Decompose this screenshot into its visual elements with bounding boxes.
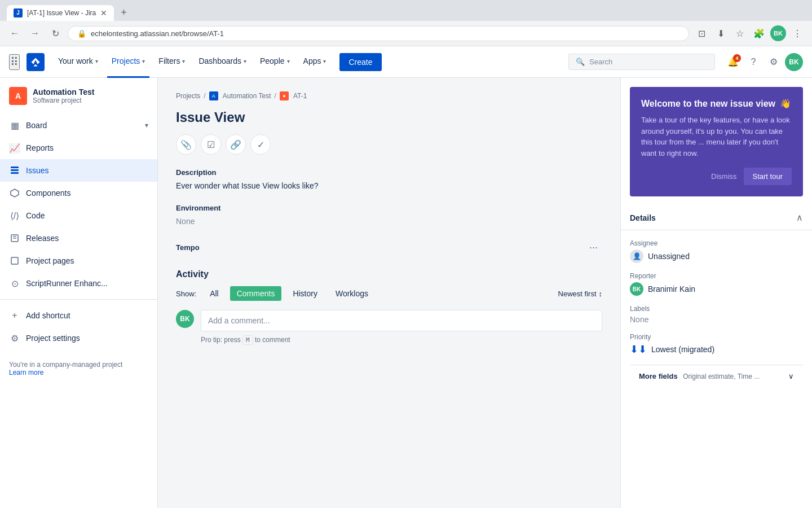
- search-placeholder: Search: [589, 58, 612, 66]
- tab-all[interactable]: All: [203, 286, 226, 301]
- assignee-row: Assignee 👤 Unassigned: [630, 239, 803, 263]
- forward-button[interactable]: →: [27, 25, 43, 41]
- settings-button[interactable]: ⚙: [765, 53, 783, 71]
- comment-area: BK Add a comment...: [176, 310, 602, 331]
- dismiss-button[interactable]: Dismiss: [711, 172, 737, 181]
- mark-done-button[interactable]: ✓: [250, 134, 271, 155]
- releases-icon: [9, 233, 20, 244]
- sidebar-item-releases[interactable]: Releases: [0, 227, 157, 249]
- address-bar[interactable]: 🔒 echelontesting.atlassian.net/browse/AT…: [68, 26, 689, 41]
- welcome-banner: Welcome to the new issue view 👋 Take a t…: [630, 87, 803, 196]
- banner-body: Take a tour of the key features, or have…: [641, 115, 792, 159]
- top-nav: ⠿ Your work ▾ Projects ▾ Filters ▾ Dashb…: [0, 46, 812, 78]
- sidebar-item-issues[interactable]: Issues: [0, 159, 157, 182]
- sidebar-header: A Automation Test Software project: [0, 78, 157, 110]
- browser-tab-bar: J [AT-1] Issue View - Jira ✕ +: [7, 5, 805, 21]
- nav-your-work[interactable]: Your work ▾: [54, 46, 103, 78]
- reporter-value: BK Branimir Kain: [630, 282, 803, 296]
- new-tab-button[interactable]: +: [116, 5, 131, 21]
- more-fields[interactable]: More fields Original estimate, Time ... …: [630, 365, 803, 387]
- jira-logo[interactable]: [27, 53, 45, 71]
- sidebar-item-project-pages[interactable]: Project pages: [0, 249, 157, 272]
- back-button[interactable]: ←: [7, 25, 23, 41]
- checklist-button[interactable]: ☑: [201, 134, 221, 155]
- collapse-details-button[interactable]: ∧: [796, 212, 803, 223]
- comment-input[interactable]: Add a comment...: [201, 310, 602, 331]
- breadcrumb-project-name[interactable]: Automation Test: [223, 92, 271, 100]
- search-bar[interactable]: 🔍 Search: [568, 54, 715, 70]
- download-icon[interactable]: ⬇: [713, 25, 729, 41]
- assignee-name: Unassigned: [648, 252, 690, 261]
- code-icon: ⟨/⟩: [9, 210, 20, 221]
- browser-user-avatar[interactable]: BK: [770, 25, 786, 41]
- reporter-row: Reporter BK Branimir Kain: [630, 272, 803, 296]
- issue-breadcrumb-icon: ●: [280, 91, 289, 100]
- sidebar-item-label-project-pages: Project pages: [26, 256, 74, 265]
- sidebar-item-project-settings[interactable]: ⚙ Project settings: [0, 327, 157, 349]
- description-label: Description: [176, 168, 602, 177]
- sidebar-item-board[interactable]: ▦ Board ▾: [0, 114, 157, 137]
- issues-icon: [9, 165, 20, 176]
- cast-icon[interactable]: ⊡: [694, 25, 709, 41]
- environment-section: Environment None: [176, 204, 602, 226]
- sidebar-item-label-components: Components: [26, 189, 70, 198]
- labels-label: Labels: [630, 305, 803, 313]
- bookmark-icon[interactable]: ☆: [732, 25, 748, 41]
- sidebar-item-label-board: Board: [26, 121, 47, 130]
- breadcrumb-issue-id[interactable]: AT-1: [293, 92, 307, 100]
- tab-history[interactable]: History: [286, 286, 324, 301]
- nav-people[interactable]: People ▾: [255, 46, 294, 78]
- close-tab-icon[interactable]: ✕: [100, 8, 107, 17]
- extension-icon[interactable]: 🧩: [751, 25, 767, 41]
- sidebar-item-reports[interactable]: 📈 Reports: [0, 137, 157, 159]
- sidebar-item-components[interactable]: Components: [0, 182, 157, 204]
- browser-menu-icon[interactable]: ⋮: [789, 25, 805, 41]
- sidebar-item-label-code: Code: [26, 211, 45, 220]
- sidebar-item-add-shortcut[interactable]: + Add shortcut: [0, 304, 157, 327]
- sidebar-item-scriptrunner[interactable]: ⊙ ScriptRunner Enhanc...: [0, 272, 157, 295]
- reload-button[interactable]: ↻: [47, 25, 63, 41]
- more-fields-hint: Original estimate, Time ...: [683, 373, 760, 380]
- chevron-down-icon: ▾: [142, 58, 145, 64]
- create-button[interactable]: Create: [339, 53, 381, 71]
- chevron-down-icon: ▾: [95, 58, 98, 64]
- sidebar-item-label-project-settings: Project settings: [26, 334, 80, 343]
- nav-apps[interactable]: Apps ▾: [299, 46, 331, 78]
- main-content: Projects / A Automation Test / ● AT-1 Is…: [158, 78, 620, 508]
- tab-worklogs[interactable]: Worklogs: [329, 286, 375, 301]
- description-section: Description Ever wonder what Issue View …: [176, 168, 602, 190]
- user-avatar[interactable]: BK: [785, 53, 803, 71]
- issue-title: Issue View: [176, 110, 602, 125]
- sidebar-item-code[interactable]: ⟨/⟩ Code: [0, 204, 157, 227]
- browser-tab-active[interactable]: J [AT-1] Issue View - Jira ✕: [7, 5, 114, 21]
- details-panel: Details ∧ Assignee 👤 Unassigned Reporter…: [621, 205, 812, 396]
- nav-dashboards[interactable]: Dashboards ▾: [194, 46, 251, 78]
- banner-title: Welcome to the new issue view 👋: [641, 98, 792, 109]
- priority-row: Priority ⬇⬇ Lowest (migrated): [630, 333, 803, 356]
- breadcrumb-sep-2: /: [275, 92, 276, 100]
- link-button[interactable]: 🔗: [226, 134, 246, 155]
- start-tour-button[interactable]: Start tour: [744, 168, 792, 185]
- apps-grid-icon[interactable]: ⠿: [9, 54, 20, 70]
- svg-rect-8: [11, 257, 18, 264]
- learn-more-link[interactable]: Learn more: [9, 369, 43, 376]
- svg-marker-0: [32, 58, 40, 64]
- nav-filters[interactable]: Filters ▾: [154, 46, 189, 78]
- tempo-menu-button[interactable]: ···: [585, 239, 602, 256]
- commenter-avatar: BK: [176, 310, 194, 328]
- environment-value: None: [176, 217, 602, 226]
- attach-button[interactable]: 📎: [176, 134, 196, 155]
- nav-projects[interactable]: Projects ▾: [107, 46, 150, 78]
- components-icon: [9, 187, 20, 199]
- notifications-button[interactable]: 🔔 4: [724, 53, 742, 71]
- show-label: Show:: [176, 290, 196, 298]
- notif-badge: 4: [733, 54, 741, 62]
- help-button[interactable]: ?: [744, 53, 762, 71]
- breadcrumb-projects[interactable]: Projects: [176, 92, 200, 100]
- reporter-avatar: BK: [630, 282, 643, 296]
- tab-comments[interactable]: Comments: [230, 286, 282, 301]
- sidebar-footer-text: You're in a company-managed project: [9, 361, 122, 369]
- more-fields-chevron-icon: ∨: [788, 372, 794, 380]
- sort-button[interactable]: Newest first ↕: [558, 290, 602, 298]
- chevron-down-icon: ▾: [182, 58, 185, 64]
